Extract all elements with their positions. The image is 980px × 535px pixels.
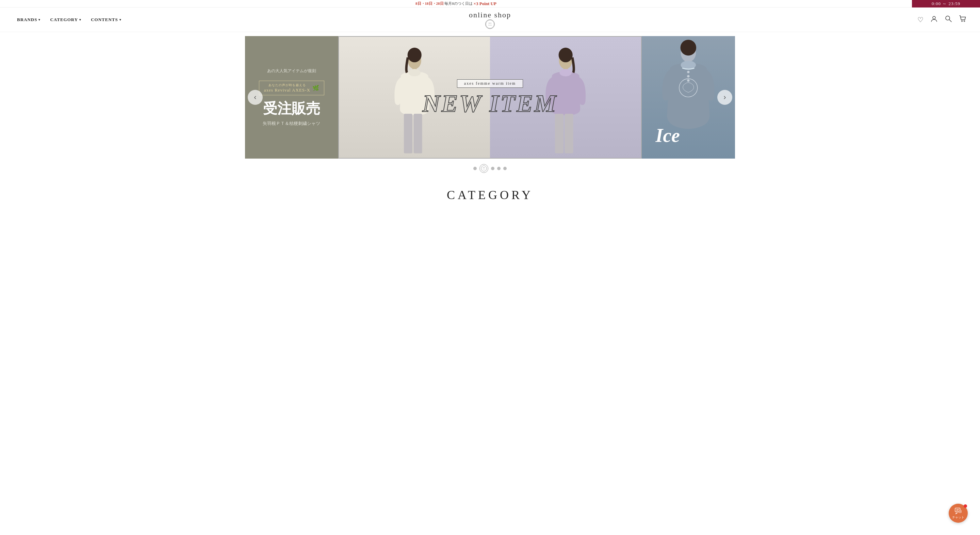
category-title: CATEGORY (14, 188, 966, 202)
search-icon[interactable] (945, 15, 952, 24)
slide-left-main-title: 受注販売 (263, 101, 320, 116)
wisteria-decoration-icon: 🌿 (312, 85, 319, 91)
slider-dots: axes femme (0, 159, 980, 181)
dot-1[interactable] (473, 167, 477, 170)
dot-3[interactable] (491, 167, 495, 170)
nav-category[interactable]: CATEGORY ▾ (47, 17, 85, 22)
svg-point-27 (681, 40, 697, 56)
svg-point-6 (962, 21, 963, 22)
promo-middle: 毎月8のつく日は (444, 1, 473, 6)
cart-icon[interactable] (959, 15, 966, 24)
category-section: CATEGORY (0, 181, 980, 216)
svg-point-25 (687, 75, 690, 78)
ice-text-overlay: Ice (649, 119, 687, 152)
banner-right-time: 0:00 ～ 23:59 (912, 0, 980, 8)
dot-5[interactable] (503, 167, 507, 170)
svg-text:femme: femme (488, 24, 492, 26)
warm-tag-label: axes femme warm item (457, 79, 523, 88)
account-icon[interactable] (930, 15, 938, 24)
svg-point-4 (946, 16, 950, 20)
revival-badge-box: あなたの声が時を越える axes Revival AXES-X 🌿 (259, 81, 324, 95)
top-banner: 8日・18日・28日 毎月8のつく日は ×3 Point UP 0:00 ～ 2… (0, 0, 980, 8)
svg-text:femme: femme (482, 169, 485, 170)
dot-2-active[interactable]: axes femme (479, 164, 488, 173)
nav-brands[interactable]: BRANDS ▾ (14, 17, 44, 22)
wishlist-icon[interactable]: ♡ (917, 16, 924, 24)
promo-dates: 8日・18日・28日 (415, 1, 444, 6)
chevron-down-icon: ▾ (79, 18, 81, 21)
slider-track: ‹ あの大人気アイテムが復刻 あなたの声が時を越える axes Revival … (245, 36, 735, 159)
slide-center[interactable]: axes femme warm item NEW ITEM (338, 36, 642, 159)
logo-circle-badge: axes femme (485, 19, 495, 29)
svg-point-7 (964, 21, 965, 22)
header-icon-group: ♡ (917, 15, 966, 24)
slide-left-toptext: あの大人気アイテムが復刻 (267, 68, 316, 74)
svg-point-26 (687, 79, 690, 82)
chevron-down-icon: ▾ (119, 18, 121, 21)
logo-online-shop: online shop (469, 11, 511, 19)
slider-next-button[interactable]: › (717, 90, 732, 105)
svg-point-3 (933, 16, 935, 19)
svg-line-5 (950, 20, 951, 22)
site-logo[interactable]: online shop axes femme (469, 11, 511, 29)
dot-4[interactable] (497, 167, 501, 170)
hero-slider: ‹ あの大人気アイテムが復刻 あなたの声が時を越える axes Revival … (0, 32, 980, 159)
nav-contents[interactable]: CONTENTS ▾ (88, 17, 125, 22)
ice-slide-text: Ice (655, 126, 680, 145)
main-nav: BRANDS ▾ CATEGORY ▾ CONTENTS ▾ (14, 17, 125, 22)
svg-text:axes: axes (488, 22, 492, 24)
site-header: BRANDS ▾ CATEGORY ▾ CONTENTS ▾ online sh… (0, 8, 980, 32)
slide-left-subtitle: 矢羽根ＰＴ＆桔梗刺繍シャツ (263, 121, 320, 127)
revival-badge-label: あなたの声が時を越える axes Revival AXES-X (264, 83, 310, 93)
banner-time: 0:00 ～ 23:59 (932, 1, 960, 7)
slider-prev-button[interactable]: ‹ (248, 90, 263, 105)
promo-point: ×3 Point UP (474, 1, 496, 6)
slide-center-overlay: axes femme warm item NEW ITEM (339, 37, 641, 158)
new-item-text: NEW ITEM (423, 91, 558, 116)
chevron-down-icon: ▾ (38, 18, 40, 21)
banner-left-promo: 8日・18日・28日 毎月8のつく日は ×3 Point UP (0, 1, 912, 6)
svg-point-24 (687, 71, 690, 73)
